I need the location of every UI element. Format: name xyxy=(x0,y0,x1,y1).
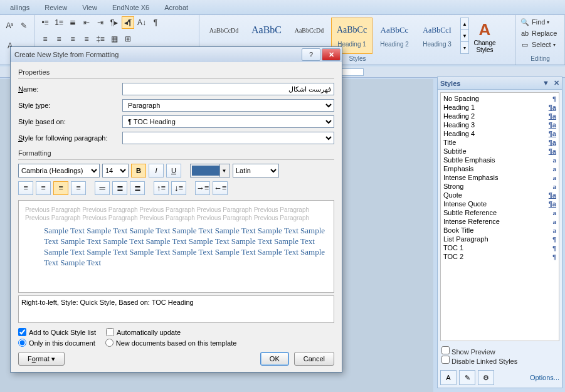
style-row-0[interactable]: No Spacing¶ xyxy=(441,94,559,103)
indent-inc-button[interactable]: →≡ xyxy=(195,181,210,195)
single-space-button[interactable]: ═ xyxy=(95,181,110,195)
add-quick-checkbox[interactable]: Add to Quick Style list xyxy=(18,328,96,336)
following-select[interactable] xyxy=(122,132,334,144)
align-left-icon[interactable]: ≡ xyxy=(39,33,51,45)
clear-format-icon[interactable]: ✎ xyxy=(18,19,30,32)
shading-icon[interactable]: ▦ xyxy=(108,33,120,45)
replace-button[interactable]: abReplace xyxy=(520,28,557,39)
manage-styles-button[interactable]: ⚙ xyxy=(478,370,494,385)
cancel-button[interactable]: Cancel xyxy=(294,352,334,366)
replace-icon: ab xyxy=(520,29,530,37)
tab-mailings[interactable]: ailings xyxy=(3,1,37,14)
select-button[interactable]: ▭Select▾ xyxy=(520,39,556,50)
indent-dec-button[interactable]: ←≡ xyxy=(213,181,228,195)
bullets-icon[interactable]: •≡ xyxy=(39,16,51,29)
name-input[interactable] xyxy=(122,83,334,95)
preview-sample-text: Sample Text Sample Text Sample Text Samp… xyxy=(25,226,327,268)
auto-update-checkbox[interactable]: Automatically update xyxy=(106,328,181,336)
gallery-scroll[interactable]: ▲▼▾ xyxy=(460,18,469,54)
close-button[interactable]: ✕ xyxy=(322,48,341,61)
space-before-dec-button[interactable]: ↓≡ xyxy=(171,181,186,195)
numbering-icon[interactable]: 1≡ xyxy=(53,16,65,29)
style-row-7[interactable]: Subtle Emphasisa xyxy=(441,156,559,164)
underline-button[interactable]: U xyxy=(166,164,181,177)
style-row-6[interactable]: Subtitle¶a xyxy=(441,147,559,156)
align-right-button[interactable]: ≡ xyxy=(53,181,68,195)
font-size-select[interactable]: 14 xyxy=(102,164,129,177)
font-color-button[interactable]: ▼ xyxy=(190,164,230,177)
multilevel-icon[interactable]: ≣ xyxy=(66,16,79,29)
rtl-icon[interactable]: ◂¶ xyxy=(122,16,134,29)
tab-acrobat[interactable]: Acrobat xyxy=(157,1,196,14)
ltr-icon[interactable]: ¶▸ xyxy=(108,16,120,29)
only-doc-radio[interactable]: Only in this document xyxy=(18,339,95,347)
style-row-12[interactable]: Intense Quote¶a xyxy=(441,199,559,208)
align-left-button[interactable]: ≡ xyxy=(18,181,33,195)
style-list[interactable]: No Spacing¶Heading 1¶aHeading 2¶aHeading… xyxy=(440,92,559,341)
new-docs-radio[interactable]: New documents based on this template xyxy=(105,339,237,347)
bold-button[interactable]: B xyxy=(131,164,146,177)
style-row-15[interactable]: Book Titlea xyxy=(441,226,559,235)
tab-view[interactable]: View xyxy=(75,1,105,14)
based-on-select[interactable]: ¶ TOC Heading xyxy=(122,115,334,128)
style-row-3[interactable]: Heading 3¶a xyxy=(441,120,559,129)
style-row-16[interactable]: List Paragraph¶ xyxy=(441,235,559,243)
pane-close-icon[interactable]: ✕ xyxy=(554,79,559,87)
double-space-button[interactable]: ≣ xyxy=(130,181,145,195)
description-box: Right-to-left, Style: Quick Style, Based… xyxy=(18,295,334,323)
help-button[interactable]: ? xyxy=(302,48,320,61)
borders-icon[interactable]: ⊞ xyxy=(122,33,134,45)
find-button[interactable]: 🔍Find▾ xyxy=(520,16,549,28)
tab-endnote[interactable]: EndNote X6 xyxy=(105,1,157,14)
style-row-10[interactable]: Stronga xyxy=(441,182,559,191)
gallery-down-icon[interactable]: ▼ xyxy=(461,30,468,42)
dialog-titlebar[interactable]: Create New Style from Formatting ? ✕ xyxy=(11,47,342,62)
style-row-18[interactable]: TOC 2¶ xyxy=(441,252,559,261)
style-row-13[interactable]: Subtle Referencea xyxy=(441,208,559,217)
style-type-select[interactable]: Paragraph xyxy=(122,99,334,112)
font-name-select[interactable]: Cambria (Headings) xyxy=(18,164,100,177)
style-row-8[interactable]: Emphasisa xyxy=(441,164,559,173)
style-row-1[interactable]: Heading 1¶a xyxy=(441,103,559,112)
change-styles-button[interactable]: A Change Styles xyxy=(470,19,499,53)
style-row-2[interactable]: Heading 2¶a xyxy=(441,112,559,120)
properties-label: Properties xyxy=(18,68,334,76)
gallery-more-icon[interactable]: ▾ xyxy=(461,42,468,53)
style-row-9[interactable]: Intense Emphasisa xyxy=(441,173,559,182)
styles-pane-header[interactable]: Styles ▼ ✕ xyxy=(438,77,562,90)
new-style-button[interactable]: A xyxy=(440,370,457,385)
space-before-inc-button[interactable]: ↑≡ xyxy=(154,181,169,195)
pane-dropdown-icon[interactable]: ▼ xyxy=(542,79,549,87)
align-right-icon[interactable]: ≡ xyxy=(66,33,79,45)
disable-linked-checkbox[interactable]: Disable Linked Styles xyxy=(441,356,558,365)
justify-icon[interactable]: ≡ xyxy=(80,33,93,45)
indent-inc-icon[interactable]: ⇥ xyxy=(94,16,107,29)
line-spacing-icon[interactable]: ‡≡ xyxy=(94,33,107,45)
italic-button[interactable]: I xyxy=(149,164,164,177)
indent-dec-icon[interactable]: ⇤ xyxy=(80,16,93,29)
align-center-icon[interactable]: ≡ xyxy=(53,33,65,45)
style-row-17[interactable]: TOC 1¶ xyxy=(441,243,559,252)
onehalf-space-button[interactable]: ≣ xyxy=(112,181,127,195)
ok-button[interactable]: OK xyxy=(260,352,289,366)
align-center-button[interactable]: ≡ xyxy=(36,181,51,195)
show-marks-icon[interactable]: ¶ xyxy=(149,16,162,29)
style-row-4[interactable]: Heading 4¶a xyxy=(441,129,559,138)
gallery-up-icon[interactable]: ▲ xyxy=(461,18,468,30)
style-item-5[interactable]: AaBbCcIHeading 3 xyxy=(416,18,458,54)
show-preview-checkbox[interactable]: Show Preview xyxy=(441,346,558,356)
script-select[interactable]: Latin xyxy=(233,164,279,177)
tab-review[interactable]: Review xyxy=(37,1,75,14)
format-button[interactable]: Format ▾ xyxy=(18,352,65,366)
sort-icon[interactable]: A↓ xyxy=(135,16,148,29)
style-item-4[interactable]: AaBbCcHeading 2 xyxy=(374,18,415,54)
style-inspector-button[interactable]: ✎ xyxy=(459,370,475,385)
justify-button[interactable]: ≡ xyxy=(71,181,86,195)
styles-options-link[interactable]: Options... xyxy=(530,374,559,381)
style-row-11[interactable]: Quote¶a xyxy=(441,191,559,199)
style-row-5[interactable]: Title¶a xyxy=(441,138,559,147)
chevron-down-icon[interactable]: ▼ xyxy=(219,164,228,177)
style-row-14[interactable]: Intense Referencea xyxy=(441,217,559,226)
change-styles-icon: A xyxy=(479,20,491,40)
change-case-icon[interactable]: Aᵃ xyxy=(4,19,16,32)
